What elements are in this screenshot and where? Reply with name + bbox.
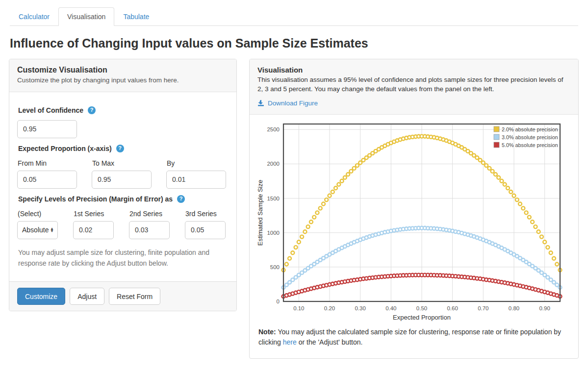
confidence-label: Level of Confidence	[18, 106, 83, 114]
svg-text:0.60: 0.60	[447, 305, 458, 311]
chart-legend: 2.0% absolute precision3.0% absolute pre…	[494, 126, 558, 148]
x-axis-tick-labels: 0.100.200.300.400.500.600.700.800.90	[293, 305, 550, 311]
customize-panel-body: Level of Confidence ? Expected Proportio…	[9, 92, 236, 281]
by-col: By	[166, 158, 226, 189]
precision-select-label: (Select)	[18, 210, 57, 218]
svg-text:0.90: 0.90	[539, 305, 550, 311]
svg-text:0.20: 0.20	[324, 305, 335, 311]
series2-col: 2nd Series	[129, 209, 170, 239]
note-bold: Note:	[258, 328, 276, 336]
customize-panel-subtitle: Customize the plot by changing input val…	[17, 76, 229, 85]
series2-input[interactable]	[129, 221, 170, 239]
series3-label: 3rd Series	[185, 210, 225, 218]
svg-text:3.0% absolute precision: 3.0% absolute precision	[502, 134, 558, 140]
adjust-hint-text: You may adjust sample size for clusterin…	[18, 248, 228, 269]
help-icon[interactable]: ?	[88, 106, 96, 114]
precision-type-select[interactable]: Absolute ▲▼	[17, 221, 58, 239]
y-axis-tick-labels: 05001000150020002500	[267, 127, 280, 305]
visualisation-panel-body: 050010001500200025000.100.200.300.400.50…	[250, 115, 578, 358]
help-icon[interactable]: ?	[116, 145, 124, 152]
visualisation-description: This visualisation assumes a 95% level o…	[257, 75, 570, 94]
reset-form-button[interactable]: Reset Form	[109, 288, 160, 305]
customize-panel-title: Customize Visualisation	[17, 66, 229, 75]
series1-label: 1st Series	[74, 210, 113, 218]
svg-text:0.40: 0.40	[385, 305, 396, 311]
download-figure-link[interactable]: Download Figure	[257, 99, 318, 107]
customize-panel-heading: Customize Visualisation Customize the pl…	[9, 59, 236, 92]
main-columns: Customize Visualisation Customize the pl…	[0, 59, 588, 359]
series3-input[interactable]	[185, 221, 226, 239]
to-max-input[interactable]	[92, 171, 152, 189]
series1-input[interactable]	[73, 221, 114, 239]
precision-label-row: Specify Levels of Precision (Margin of E…	[18, 195, 228, 203]
note-here-link[interactable]: here	[283, 338, 297, 346]
tab-tabulate[interactable]: Tabulate	[114, 7, 158, 26]
page-title: Influence of Changing Input values on Sa…	[10, 36, 578, 50]
proportion-label-row: Expected Proportion (x-axis) ?	[18, 145, 228, 152]
visualisation-panel-title: Visualisation	[257, 66, 570, 74]
tab-bar: Calculator Visualisation Tabulate	[10, 7, 578, 26]
confidence-group: Level of Confidence ?	[17, 106, 229, 138]
svg-text:500: 500	[270, 264, 280, 270]
precision-label: Specify Levels of Precision (Margin of E…	[18, 195, 173, 203]
download-figure-label: Download Figure	[268, 99, 318, 107]
visualisation-panel-heading: Visualisation This visualisation assumes…	[250, 59, 578, 115]
series2-label: 2nd Series	[129, 210, 169, 218]
series3-col: 3rd Series	[185, 209, 226, 239]
from-min-col: From Min	[17, 158, 77, 189]
svg-text:2500: 2500	[267, 127, 280, 133]
svg-text:0.30: 0.30	[355, 305, 365, 311]
select-caret-icon: ▲▼	[50, 227, 54, 233]
precision-inputs-row: (Select) Absolute ▲▼ 1st Series 2nd Seri…	[17, 209, 229, 239]
help-icon[interactable]: ?	[177, 195, 185, 203]
y-axis-title: Estimated Sample Size	[256, 180, 264, 246]
svg-text:0.80: 0.80	[509, 305, 519, 311]
customize-panel-footer: Customize Adjust Reset Form	[9, 281, 236, 311]
customize-panel: Customize Visualisation Customize the pl…	[9, 59, 237, 311]
from-min-input[interactable]	[17, 171, 77, 189]
svg-text:0.50: 0.50	[416, 305, 427, 311]
tab-calculator[interactable]: Calculator	[10, 7, 58, 26]
svg-text:2.0% absolute precision: 2.0% absolute precision	[502, 126, 558, 132]
by-input[interactable]	[166, 171, 226, 189]
svg-text:1000: 1000	[267, 230, 280, 236]
svg-text:1500: 1500	[267, 196, 280, 201]
tab-visualisation[interactable]: Visualisation	[58, 7, 114, 26]
adjust-button[interactable]: Adjust	[70, 288, 104, 305]
svg-text:2000: 2000	[267, 161, 280, 167]
proportion-label: Expected Proportion (x-axis)	[18, 145, 112, 152]
x-axis-title: Expected Proportion	[393, 314, 451, 321]
series1-col: 1st Series	[73, 209, 114, 239]
customize-button[interactable]: Customize	[17, 288, 65, 305]
confidence-input[interactable]	[17, 120, 77, 138]
svg-text:0.70: 0.70	[478, 305, 488, 311]
to-max-label: To Max	[92, 159, 151, 167]
note-text-after: or the 'Adjust' button.	[297, 338, 363, 346]
precision-type-value: Absolute	[22, 226, 49, 234]
proportion-group: Expected Proportion (x-axis) ? From Min …	[17, 145, 229, 189]
svg-text:5.0% absolute precision: 5.0% absolute precision	[502, 142, 558, 148]
confidence-label-row: Level of Confidence ?	[18, 106, 228, 114]
note-paragraph: Note: You may adjust the calculated samp…	[258, 327, 569, 348]
download-icon	[257, 99, 264, 106]
svg-text:0: 0	[277, 298, 280, 304]
from-min-label: From Min	[18, 159, 77, 167]
svg-text:0.10: 0.10	[293, 305, 304, 311]
by-label: By	[167, 159, 226, 167]
to-max-col: To Max	[92, 158, 152, 189]
visualisation-panel: Visualisation This visualisation assumes…	[249, 59, 579, 359]
precision-type-col: (Select) Absolute ▲▼	[17, 209, 58, 239]
chart-svg: 050010001500200025000.100.200.300.400.50…	[256, 119, 572, 321]
proportion-inputs-row: From Min To Max By	[17, 158, 229, 189]
precision-group: Specify Levels of Precision (Margin of E…	[17, 195, 229, 239]
